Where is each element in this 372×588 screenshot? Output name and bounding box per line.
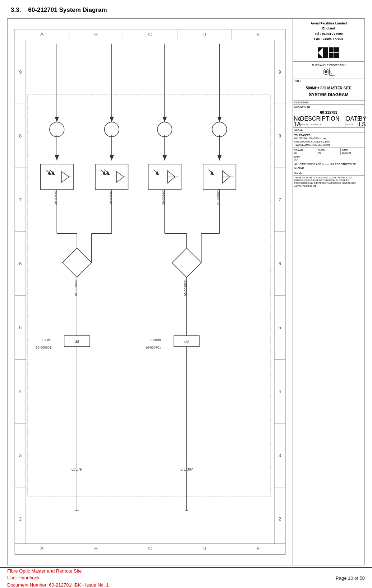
footer-line1: Fibre Optic Master and Remote Site [7,568,109,575]
tb-issue-header: No DESCRIPTION DATE BY [293,116,364,122]
tb-issue-row: 1A PRODUCTION ISSUE 15/01/07 LS [293,122,364,128]
svg-marker-73 [116,172,124,183]
tolerance2: ONE DECIMAL PLACES ± 0.1mm [294,140,363,143]
section-title: 60-212701 System Diagram [28,6,107,14]
svg-text:E: E [257,32,260,37]
svg-text:dB: dB [75,340,79,344]
company-fax: Fax : 01494 777002 [294,36,363,41]
svg-marker-59 [48,171,51,175]
svg-text:5: 5 [279,325,281,330]
svg-marker-55 [55,155,59,160]
tb-copyright: THIS IS A PROPRIETARY DESIGN OF AERIAL F… [293,175,364,189]
footer-left: Fibre Optic Master and Remote Site User … [7,568,109,588]
projection-label: THIRD ANGLE PROJECTION [312,64,346,66]
tb-drawing-no-label: DRAWING No [293,105,364,109]
tolerance1: NO DECIMAL PLACES ± 1mm [294,137,363,140]
svg-text:6: 6 [19,261,22,266]
tb-title-label: TITLE [293,79,364,83]
footer-line3: Document Number: 60-212701HBK - Issue No… [7,582,109,588]
page-header: 3.3. 60-212701 System Diagram [0,0,372,17]
tb-issue-desc: PRODUCTION ISSUE [299,122,345,127]
svg-marker-104 [172,248,201,277]
svg-text:C: C [148,32,152,37]
title-block: Aerial Facilities Limited England Tel : … [293,18,365,565]
svg-text:E: E [257,546,260,551]
diagram-svg: A B C D E A B C D E [8,19,293,565]
svg-text:4: 4 [279,389,281,394]
svg-text:dB: dB [184,340,189,344]
tb-description-label: DESCRIPTION [299,116,345,122]
tb-chkd-cell: CHKD PB [317,148,341,155]
tb-drawing-no-value: 60-212781 [293,109,364,116]
tb-by-label: BY [358,116,364,122]
svg-marker-135 [110,117,114,122]
tb-issue-date: 15/01/07 [345,122,358,127]
svg-text:A: A [40,32,44,37]
footer-line2: User Handbook [7,574,109,582]
svg-text:2: 2 [279,516,281,522]
tb-drawing-title: 500MHz F/O MASTER SITE SYSTEM DIAGRAM [293,83,364,101]
section-number: 3.3. [11,6,21,14]
drawing-title2: SYSTEM DIAGRAM [294,92,363,98]
svg-point-145 [325,70,327,73]
svg-point-88 [212,122,227,137]
tb-issue-1a: 1A [293,122,299,127]
svg-rect-139 [329,47,334,52]
svg-rect-68 [95,164,128,190]
svg-marker-70 [102,171,106,175]
tb-logo [293,44,364,62]
svg-text:10-000701: 10-000701 [145,346,161,349]
svg-text:9: 9 [279,69,281,75]
drawing-canvas: A B C D E A B C D E [7,18,293,565]
svg-text:5: 5 [19,325,22,330]
svg-marker-87 [217,155,222,160]
svg-rect-141 [334,47,339,52]
tb-appd-cell: APPD GD [293,155,364,162]
tb-drawn-label: DRAWN LS [293,148,317,155]
svg-point-56 [50,122,64,137]
svg-text:0-30dB: 0-30dB [151,338,161,342]
svg-text:6: 6 [279,261,281,266]
company-name: Aerial Facilities Limited [294,21,363,26]
tb-customer-label: CUSTOMER [293,101,364,105]
tb-scale-label: SCALE [293,128,364,132]
svg-point-67 [104,122,119,137]
page-container: 3.3. 60-212701 System Diagram A B C [0,0,372,588]
svg-rect-142 [334,53,339,58]
svg-marker-81 [156,171,159,175]
svg-text:3: 3 [279,453,281,458]
svg-marker-62 [61,172,69,183]
drawing-title1: 500MHz F/O MASTER SITE [294,85,363,91]
svg-text:3: 3 [19,453,22,458]
page-footer: Fibre Optic Master and Remote Site User … [0,567,372,588]
svg-text:C: C [148,546,152,551]
svg-text:0-30dB: 0-30dB [41,338,51,342]
svg-marker-66 [110,155,114,160]
svg-marker-72 [106,171,110,175]
svg-text:8: 8 [279,133,281,139]
svg-text:8: 8 [19,133,22,139]
company-country: England [294,26,363,31]
svg-text:B: B [94,32,97,37]
tolerance3: TWO DECIMAL PLACES ± 0.1mm [294,143,363,146]
svg-text:B: B [94,546,97,551]
tb-dimensions-note: ALL DIMENSIONS ARE IN mm UNLESS OTHERWIS… [293,162,364,171]
tb-issue-by: LS [358,122,364,127]
svg-marker-91 [210,171,214,175]
company-tel: Tel : 01494 777000 [294,31,363,36]
svg-text:D: D [202,546,206,551]
svg-marker-96 [63,248,92,277]
svg-rect-140 [329,53,334,58]
svg-text:4: 4 [19,389,22,394]
svg-rect-57 [41,164,74,190]
svg-text:D: D [202,32,206,37]
svg-text:2: 2 [19,516,22,522]
svg-marker-148 [330,70,332,75]
svg-point-78 [157,122,172,137]
tb-drawn-row: DRAWN LS CHKD PB DATE 15/01/05 [293,148,364,155]
page-number: Page 10 of 50 [336,575,365,581]
tb-appd-row: APPD GD [293,155,364,162]
svg-text:A: A [40,546,44,551]
svg-text:7: 7 [19,197,22,202]
diagram-area: A B C D E A B C D E [0,17,372,567]
